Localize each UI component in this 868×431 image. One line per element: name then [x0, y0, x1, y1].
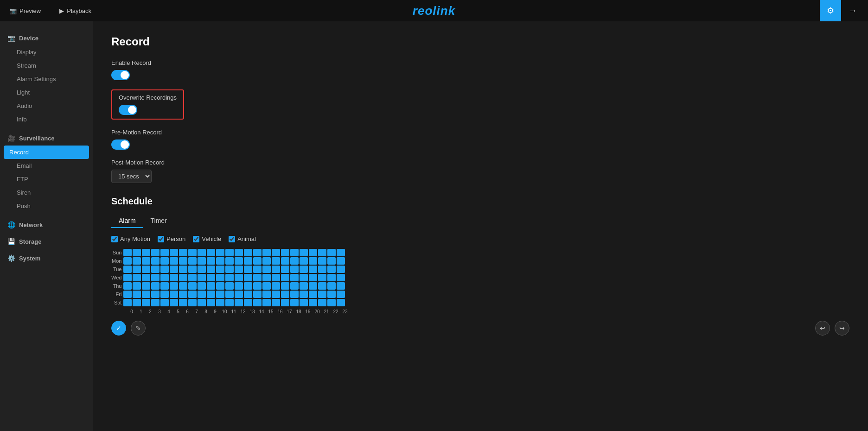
- grid-cell-fri-0[interactable]: [123, 291, 132, 298]
- grid-cell-thu-10[interactable]: [216, 282, 224, 290]
- grid-cell-fri-4[interactable]: [160, 291, 169, 298]
- checkbox-animal[interactable]: Animal: [229, 235, 256, 242]
- grid-cell-thu-14[interactable]: [253, 282, 262, 290]
- grid-cell-tue-21[interactable]: [318, 266, 326, 273]
- sidebar-item-email[interactable]: Email: [0, 159, 93, 172]
- grid-cell-wed-11[interactable]: [225, 274, 234, 281]
- sidebar-item-ftp[interactable]: FTP: [0, 172, 93, 186]
- grid-cell-sat-0[interactable]: [123, 299, 132, 306]
- grid-cell-mon-2[interactable]: [142, 257, 150, 265]
- checkbox-any-motion[interactable]: Any Motion: [111, 235, 150, 242]
- enable-record-toggle[interactable]: [111, 70, 130, 80]
- grid-cell-wed-15[interactable]: [262, 274, 271, 281]
- grid-cell-tue-19[interactable]: [300, 266, 308, 273]
- grid-cell-mon-20[interactable]: [309, 257, 317, 265]
- redo-button[interactable]: ↪: [835, 321, 849, 336]
- grid-cell-tue-7[interactable]: [188, 266, 197, 273]
- grid-cell-mon-14[interactable]: [253, 257, 262, 265]
- grid-cell-sat-22[interactable]: [327, 299, 336, 306]
- grid-cell-sat-10[interactable]: [216, 299, 224, 306]
- grid-cell-tue-5[interactable]: [170, 266, 178, 273]
- tab-timer[interactable]: Timer: [143, 214, 174, 228]
- grid-cell-sun-20[interactable]: [309, 249, 317, 256]
- grid-cell-sun-19[interactable]: [300, 249, 308, 256]
- grid-cell-thu-17[interactable]: [281, 282, 289, 290]
- grid-cell-tue-22[interactable]: [327, 266, 336, 273]
- grid-cell-sun-16[interactable]: [272, 249, 280, 256]
- grid-cell-wed-6[interactable]: [179, 274, 187, 281]
- sidebar-item-record[interactable]: Record: [4, 146, 89, 159]
- checkbox-vehicle[interactable]: Vehicle: [193, 235, 221, 242]
- playback-button[interactable]: ▶ Playback: [55, 5, 96, 17]
- grid-cell-mon-22[interactable]: [327, 257, 336, 265]
- grid-cell-sun-23[interactable]: [337, 249, 345, 256]
- grid-cell-mon-1[interactable]: [133, 257, 141, 265]
- logout-icon-button[interactable]: →: [842, 0, 863, 21]
- grid-cell-mon-23[interactable]: [337, 257, 345, 265]
- grid-cell-mon-10[interactable]: [216, 257, 224, 265]
- grid-cell-mon-0[interactable]: [123, 257, 132, 265]
- grid-cell-sat-19[interactable]: [300, 299, 308, 306]
- grid-cell-sun-10[interactable]: [216, 249, 224, 256]
- grid-cell-fri-11[interactable]: [225, 291, 234, 298]
- grid-cell-thu-8[interactable]: [198, 282, 206, 290]
- grid-cell-sat-2[interactable]: [142, 299, 150, 306]
- grid-cell-sat-7[interactable]: [188, 299, 197, 306]
- grid-cell-fri-5[interactable]: [170, 291, 178, 298]
- grid-cell-sun-14[interactable]: [253, 249, 262, 256]
- grid-cell-thu-0[interactable]: [123, 282, 132, 290]
- grid-cell-fri-1[interactable]: [133, 291, 141, 298]
- draw-button[interactable]: ✎: [131, 321, 146, 336]
- grid-cell-thu-20[interactable]: [309, 282, 317, 290]
- grid-cell-mon-12[interactable]: [235, 257, 243, 265]
- grid-cell-wed-19[interactable]: [300, 274, 308, 281]
- grid-cell-mon-21[interactable]: [318, 257, 326, 265]
- grid-cell-tue-1[interactable]: [133, 266, 141, 273]
- grid-cell-fri-3[interactable]: [151, 291, 160, 298]
- grid-cell-thu-23[interactable]: [337, 282, 345, 290]
- sidebar-section-surveillance[interactable]: 🎥 Surveillance: [0, 131, 93, 146]
- grid-cell-tue-2[interactable]: [142, 266, 150, 273]
- grid-cell-wed-21[interactable]: [318, 274, 326, 281]
- grid-cell-fri-6[interactable]: [179, 291, 187, 298]
- grid-cell-thu-3[interactable]: [151, 282, 160, 290]
- grid-cell-wed-0[interactable]: [123, 274, 132, 281]
- grid-cell-tue-4[interactable]: [160, 266, 169, 273]
- grid-cell-sun-11[interactable]: [225, 249, 234, 256]
- grid-cell-tue-11[interactable]: [225, 266, 234, 273]
- grid-cell-sun-1[interactable]: [133, 249, 141, 256]
- grid-cell-wed-1[interactable]: [133, 274, 141, 281]
- undo-button[interactable]: ↩: [815, 321, 830, 336]
- preview-button[interactable]: 📷 Preview: [5, 5, 45, 17]
- grid-cell-sat-17[interactable]: [281, 299, 289, 306]
- grid-cell-sun-9[interactable]: [207, 249, 215, 256]
- grid-cell-fri-7[interactable]: [188, 291, 197, 298]
- grid-cell-sun-18[interactable]: [290, 249, 299, 256]
- grid-cell-thu-11[interactable]: [225, 282, 234, 290]
- grid-cell-sat-21[interactable]: [318, 299, 326, 306]
- grid-cell-tue-10[interactable]: [216, 266, 224, 273]
- grid-cell-sun-21[interactable]: [318, 249, 326, 256]
- grid-cell-thu-19[interactable]: [300, 282, 308, 290]
- grid-cell-fri-14[interactable]: [253, 291, 262, 298]
- grid-cell-sat-5[interactable]: [170, 299, 178, 306]
- grid-cell-thu-22[interactable]: [327, 282, 336, 290]
- grid-cell-tue-9[interactable]: [207, 266, 215, 273]
- grid-cell-fri-12[interactable]: [235, 291, 243, 298]
- grid-cell-wed-13[interactable]: [244, 274, 252, 281]
- grid-cell-tue-12[interactable]: [235, 266, 243, 273]
- grid-cell-wed-18[interactable]: [290, 274, 299, 281]
- grid-cell-tue-3[interactable]: [151, 266, 160, 273]
- grid-cell-wed-16[interactable]: [272, 274, 280, 281]
- checkbox-person[interactable]: Person: [158, 235, 185, 242]
- grid-cell-sun-3[interactable]: [151, 249, 160, 256]
- tab-alarm[interactable]: Alarm: [111, 214, 143, 228]
- sidebar-section-storage[interactable]: 💾 Storage: [0, 234, 93, 249]
- grid-cell-mon-17[interactable]: [281, 257, 289, 265]
- grid-cell-fri-17[interactable]: [281, 291, 289, 298]
- grid-cell-tue-0[interactable]: [123, 266, 132, 273]
- grid-cell-sun-22[interactable]: [327, 249, 336, 256]
- sidebar-item-light[interactable]: Light: [0, 86, 93, 99]
- checkbox-animal-input[interactable]: [229, 236, 235, 242]
- grid-cell-tue-8[interactable]: [198, 266, 206, 273]
